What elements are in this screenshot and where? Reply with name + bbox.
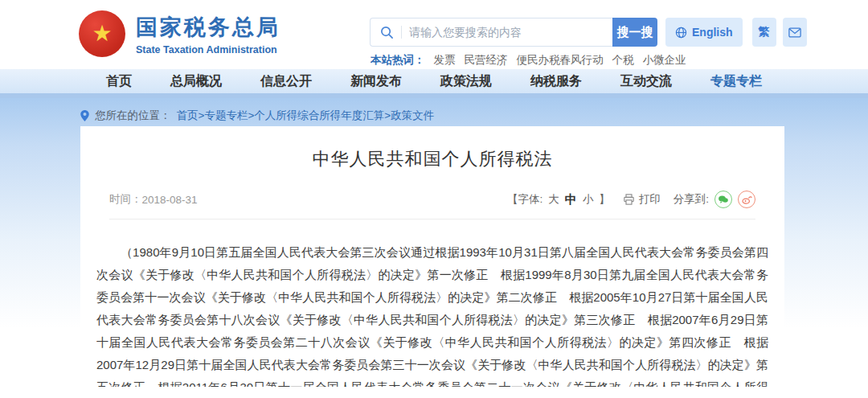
search-input[interactable]	[409, 26, 603, 39]
hot-words-label: 本站热词：	[371, 53, 425, 68]
nav-item-news[interactable]: 新闻发布	[350, 73, 402, 90]
nav-item-policies[interactable]: 政策法规	[440, 73, 492, 90]
font-size-medium-button[interactable]: 中	[565, 192, 577, 207]
print-button[interactable]: 打印	[623, 192, 661, 207]
article-card: 中华人民共和国个人所得税法 时间： 2018-08-31 【字体: 大 中 小 …	[80, 126, 784, 387]
hot-word-link[interactable]: 小微企业	[643, 53, 686, 68]
share-weibo-icon[interactable]	[738, 191, 755, 208]
search-divider	[401, 26, 402, 39]
hot-word-link[interactable]: 个税	[612, 53, 634, 68]
nav-item-tax-services[interactable]: 纳税服务	[530, 73, 582, 90]
hot-word-link[interactable]: 便民办税春风行动	[517, 53, 604, 68]
location-pin-icon	[80, 110, 89, 121]
site-title: 国家税务总局	[136, 13, 280, 42]
font-control-prefix: 【字体:	[507, 192, 542, 207]
share-label: 分享到:	[674, 192, 709, 207]
article-toolbar: 【字体: 大 中 小 】 打印 分享到:	[507, 191, 755, 208]
globe-icon	[675, 27, 687, 39]
font-size-small-button[interactable]: 小	[583, 192, 594, 207]
hot-word-link[interactable]: 发票	[434, 53, 456, 68]
site-header: ★ 国家税务总局 State Taxation Administration 搜…	[0, 0, 868, 69]
article-date: 时间： 2018-08-31	[109, 192, 198, 207]
search-area: 搜一搜 English 繁	[370, 18, 807, 47]
nav-item-info-disclosure[interactable]: 信息公开	[260, 73, 312, 90]
nav-item-overview[interactable]: 总局概况	[170, 73, 222, 90]
english-label: English	[692, 26, 733, 39]
hot-words-bar: 本站热词： 发票 民营经济 便民办税春风行动 个税 小微企业	[371, 53, 686, 68]
print-label: 打印	[639, 192, 661, 207]
breadcrumb-path[interactable]: 首页>专题专栏>个人所得综合所得年度汇算>政策文件	[177, 109, 435, 123]
article-meta-bar: 时间： 2018-08-31 【字体: 大 中 小 】 打印	[109, 191, 755, 220]
nav-item-special-topics[interactable]: 专题专栏	[710, 73, 762, 90]
breadcrumb: 您所在的位置： 首页>专题专栏>个人所得综合所得年度汇算>政策文件	[80, 105, 868, 126]
font-size-large-button[interactable]: 大	[548, 192, 559, 207]
hot-word-link[interactable]: 民营经济	[465, 53, 508, 68]
national-emblem-icon: ★	[79, 10, 125, 57]
printer-icon	[623, 194, 635, 205]
site-title-block: 国家税务总局 State Taxation Administration	[136, 13, 280, 55]
search-box	[370, 18, 612, 47]
main-nav: 首页 总局概况 信息公开 新闻发布 政策法规 纳税服务 互动交流 专题专栏	[0, 69, 868, 98]
article-body: （1980年9月10日第五届全国人民代表大会第三次会议通过根据1993年10月3…	[96, 241, 768, 387]
language-english-button[interactable]: English	[665, 18, 743, 47]
date-label: 时间：	[109, 192, 142, 207]
site-subtitle-en: State Taxation Administration	[136, 44, 280, 55]
share-control: 分享到:	[674, 191, 755, 208]
share-wechat-icon[interactable]	[714, 191, 732, 208]
search-icon	[380, 26, 394, 39]
search-button[interactable]: 搜一搜	[612, 18, 657, 47]
mail-button[interactable]	[783, 18, 807, 47]
traditional-chinese-button[interactable]: 繁	[752, 18, 776, 47]
date-value: 2018-08-31	[142, 194, 198, 206]
nav-item-home[interactable]: 首页	[106, 73, 132, 90]
envelope-icon	[788, 27, 801, 38]
emblem-star-glyph: ★	[92, 23, 112, 45]
font-control-suffix: 】	[599, 192, 610, 207]
nav-item-interaction[interactable]: 互动交流	[620, 73, 672, 90]
breadcrumb-label: 您所在的位置：	[95, 109, 171, 123]
main-area: 您所在的位置： 首页>专题专栏>个人所得综合所得年度汇算>政策文件 中华人民共和…	[0, 98, 868, 393]
font-size-control: 【字体: 大 中 小 】	[507, 192, 610, 207]
article-title: 中华人民共和国个人所得税法	[93, 147, 772, 171]
site-logo[interactable]: ★ 国家税务总局 State Taxation Administration	[79, 10, 280, 57]
